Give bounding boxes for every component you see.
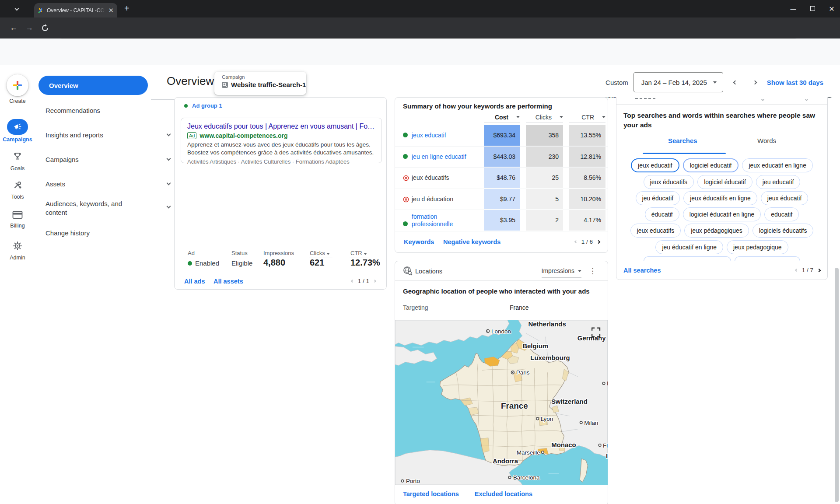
billing-label: Billing bbox=[0, 223, 35, 229]
rail-campaigns[interactable]: Campaigns bbox=[0, 119, 35, 143]
keyword-link[interactable]: jeu en ligne educatif bbox=[412, 147, 477, 168]
map-label-lyon: Lyon bbox=[541, 416, 553, 422]
targeted-locations-link[interactable]: Targeted locations bbox=[403, 490, 459, 497]
geo-map[interactable]: Netherlands Germany Belgium Luxembourg S… bbox=[395, 320, 608, 485]
nav-overview[interactable]: Overview bbox=[38, 76, 148, 95]
nav-assets[interactable]: Assets bbox=[46, 180, 142, 188]
maximize-icon[interactable] bbox=[810, 6, 815, 11]
clicks-column-header[interactable]: Clicks bbox=[526, 114, 563, 123]
rail-create[interactable]: Create bbox=[0, 74, 35, 104]
chevron-down-icon bbox=[167, 204, 171, 209]
tab-search-icon[interactable] bbox=[11, 4, 22, 14]
cost-column-header[interactable]: Cost bbox=[484, 114, 520, 123]
date-prev-icon[interactable] bbox=[733, 80, 737, 84]
ad-group-link[interactable]: Ad group 1 bbox=[184, 102, 222, 109]
all-assets-link[interactable]: All assets bbox=[214, 278, 243, 285]
show-last-30-days-link[interactable]: Show last 30 days bbox=[767, 79, 823, 86]
stat-col-clicks-label: Clicks bbox=[310, 250, 325, 256]
left-nav-rail: Create Campaigns Goals bbox=[0, 65, 35, 504]
google-ads-overview-screen: Overview - CAPITAL-COMPETEN ✕ + — ✕ ← → … bbox=[0, 0, 840, 504]
nav-campaigns[interactable]: Campaigns bbox=[46, 156, 142, 163]
nav-recommendations[interactable]: Recommendations bbox=[46, 107, 142, 114]
clicks-cell: 25 bbox=[526, 168, 563, 189]
search-chip[interactable]: jeux éducatifs bbox=[644, 175, 694, 189]
stat-col-ctr[interactable]: CTR bbox=[350, 250, 367, 256]
create-label: Create bbox=[0, 98, 35, 104]
keyword-row: formation professionnelle $3.95 2 4.17% bbox=[395, 210, 608, 231]
keyword-label[interactable]: jeux éducatifs bbox=[412, 168, 477, 189]
all-searches-link[interactable]: All searches bbox=[623, 267, 661, 274]
search-chip[interactable]: educatif bbox=[764, 207, 799, 221]
reload-icon[interactable] bbox=[41, 24, 49, 32]
search-chip[interactable]: jeu educatif bbox=[756, 175, 801, 189]
search-chip[interactable]: jeu éducatif en ligne bbox=[655, 240, 723, 254]
page-next-icon[interactable] bbox=[817, 268, 821, 272]
negative-keywords-link[interactable]: Negative keywords bbox=[443, 238, 500, 245]
ad-badge: Ad bbox=[187, 132, 196, 139]
search-chip[interactable]: jeux educatif en ligne bbox=[742, 158, 813, 172]
keyword-label[interactable]: jeu d éducation bbox=[412, 189, 477, 210]
nav-change-history[interactable]: Change history bbox=[46, 229, 142, 237]
ctr-column-header[interactable]: CTR bbox=[569, 114, 606, 123]
forward-icon[interactable]: → bbox=[25, 23, 33, 32]
page-prev-icon[interactable] bbox=[351, 280, 354, 283]
window-close-icon[interactable]: ✕ bbox=[829, 5, 835, 13]
clipped-chip[interactable] bbox=[735, 256, 800, 261]
browser-tab[interactable]: Overview - CAPITAL-COMPETEN ✕ bbox=[34, 3, 117, 18]
back-icon[interactable]: ← bbox=[10, 23, 18, 32]
rail-tools[interactable]: Tools bbox=[0, 180, 35, 200]
search-chip[interactable]: logiciel educatif bbox=[683, 158, 739, 172]
campaigns-label: Campaigns bbox=[0, 136, 35, 143]
page-next-icon[interactable] bbox=[373, 280, 376, 283]
create-button[interactable] bbox=[7, 74, 28, 96]
status-value: Eligible bbox=[231, 259, 252, 267]
page-next-icon[interactable] bbox=[597, 240, 600, 243]
rail-billing[interactable]: Billing bbox=[0, 210, 35, 229]
keyword-link[interactable]: formation professionnelle bbox=[412, 210, 464, 231]
search-chip[interactable]: jeux educatif bbox=[631, 158, 679, 172]
clipped-chip[interactable] bbox=[644, 256, 731, 261]
map-label-switzerland: Switzerland bbox=[551, 398, 588, 405]
search-chip[interactable]: jeux educatifs bbox=[630, 224, 681, 238]
keyword-link[interactable]: jeux educatif bbox=[412, 125, 477, 146]
search-chip[interactable]: logiciels éducatifs bbox=[752, 224, 814, 238]
tab-close-icon[interactable]: ✕ bbox=[108, 7, 114, 14]
all-ads-link[interactable]: All ads bbox=[184, 278, 205, 285]
search-chip[interactable]: éducatif bbox=[645, 207, 679, 221]
nav-insights-reports[interactable]: Insights and reports bbox=[46, 131, 142, 139]
keywords-link[interactable]: Keywords bbox=[404, 238, 434, 245]
rail-goals[interactable]: Goals bbox=[0, 151, 35, 172]
clipped-icon bbox=[761, 98, 764, 101]
date-range-select[interactable]: Jan 24 – Feb 14, 2025 bbox=[634, 72, 723, 92]
campaign-selector[interactable]: Campaign Website traffic-Search-1 bbox=[214, 72, 306, 95]
metric-label: Impressions bbox=[542, 267, 574, 274]
tab-searches[interactable]: Searches bbox=[668, 137, 697, 144]
stat-col-ad: Ad bbox=[188, 250, 195, 256]
search-chip[interactable]: logiciel éducatif en ligne bbox=[683, 207, 761, 221]
dropdown-arrow-icon bbox=[516, 116, 520, 118]
search-chip[interactable]: jeux éducatifs en ligne bbox=[683, 191, 757, 205]
search-chip[interactable]: jeux éducatif bbox=[761, 191, 808, 205]
excluded-locations-link[interactable]: Excluded locations bbox=[475, 490, 532, 497]
new-tab-button[interactable]: + bbox=[124, 4, 130, 14]
scrollbar-thumb[interactable] bbox=[835, 268, 839, 502]
kebab-menu-icon[interactable]: ⋮ bbox=[589, 266, 596, 276]
ads-overview-card: Ad group 1 Jeux educatifs pour tous | Ap… bbox=[174, 97, 387, 290]
tab-words[interactable]: Words bbox=[757, 137, 776, 144]
campaigns-pill[interactable] bbox=[7, 119, 28, 135]
search-chip[interactable]: jeux pedagogique bbox=[727, 240, 788, 254]
search-chip[interactable]: jeu éducatif bbox=[636, 191, 680, 205]
date-next-icon[interactable] bbox=[752, 80, 757, 84]
stat-col-status: Status bbox=[231, 250, 248, 256]
search-chip[interactable]: logiciel éducatif bbox=[697, 175, 752, 189]
dropdown-arrow-icon bbox=[364, 253, 367, 255]
page-prev-icon[interactable] bbox=[795, 269, 798, 272]
page-prev-icon[interactable] bbox=[574, 240, 578, 243]
search-chip[interactable]: jeux pédagogiques bbox=[684, 224, 749, 238]
ad-preview[interactable]: Jeux educatifs pour tous | Apprenez en v… bbox=[181, 118, 382, 163]
nav-audiences[interactable]: Audiences, keywords, and content bbox=[46, 200, 133, 217]
rail-admin[interactable]: Admin bbox=[0, 241, 35, 261]
minimize-icon[interactable]: — bbox=[790, 6, 796, 12]
stat-col-clicks[interactable]: Clicks bbox=[310, 250, 330, 256]
impressions-metric-select[interactable]: Impressions bbox=[542, 267, 581, 278]
